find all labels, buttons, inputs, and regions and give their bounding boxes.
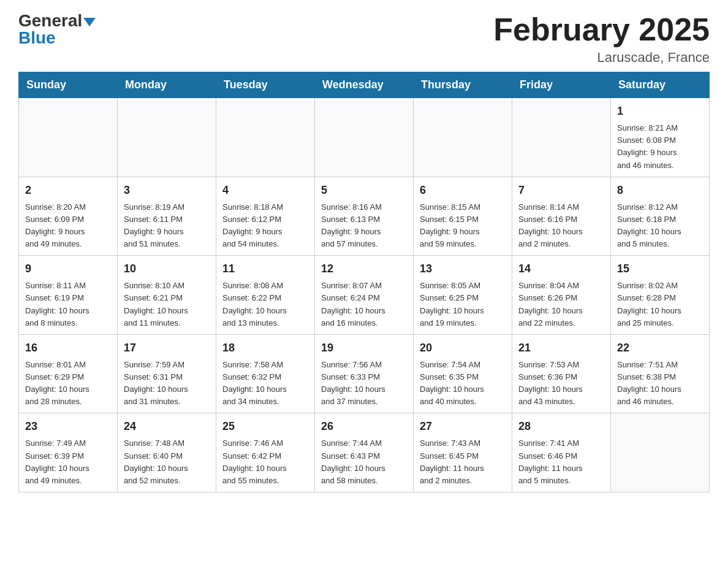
day-info: Sunrise: 8:12 AM Sunset: 6:18 PM Dayligh…: [617, 201, 703, 251]
day-number: 8: [617, 182, 703, 199]
week-row-2: 2Sunrise: 8:20 AM Sunset: 6:09 PM Daylig…: [19, 177, 710, 256]
page-header: General Blue February 2025 Laruscade, Fr…: [18, 12, 710, 66]
calendar-cell: [315, 98, 414, 177]
day-number: 26: [321, 418, 407, 435]
weekday-header-monday: Monday: [118, 72, 216, 98]
day-info: Sunrise: 7:53 AM Sunset: 6:36 PM Dayligh…: [518, 359, 604, 408]
weekday-row: SundayMondayTuesdayWednesdayThursdayFrid…: [19, 72, 710, 98]
day-number: 25: [222, 418, 308, 435]
calendar-cell: 27Sunrise: 7:43 AM Sunset: 6:45 PM Dayli…: [414, 413, 512, 492]
calendar-cell: 14Sunrise: 8:04 AM Sunset: 6:26 PM Dayli…: [512, 256, 611, 335]
calendar-cell: 1Sunrise: 8:21 AM Sunset: 6:08 PM Daylig…: [611, 98, 710, 177]
day-info: Sunrise: 7:51 AM Sunset: 6:38 PM Dayligh…: [617, 359, 703, 408]
day-info: Sunrise: 8:18 AM Sunset: 6:12 PM Dayligh…: [222, 201, 308, 251]
day-number: 9: [25, 261, 111, 277]
calendar-cell: [512, 98, 611, 177]
day-number: 11: [222, 261, 308, 277]
calendar-cell: 2Sunrise: 8:20 AM Sunset: 6:09 PM Daylig…: [19, 177, 118, 256]
day-info: Sunrise: 7:41 AM Sunset: 6:46 PM Dayligh…: [518, 437, 604, 487]
day-info: Sunrise: 7:46 AM Sunset: 6:42 PM Dayligh…: [222, 437, 308, 487]
day-number: 2: [25, 182, 111, 199]
calendar-cell: [414, 98, 512, 177]
calendar-body: 1Sunrise: 8:21 AM Sunset: 6:08 PM Daylig…: [19, 98, 710, 492]
calendar-cell: 4Sunrise: 8:18 AM Sunset: 6:12 PM Daylig…: [216, 177, 315, 256]
day-number: 20: [420, 340, 506, 356]
day-number: 12: [321, 261, 407, 277]
calendar-cell: 25Sunrise: 7:46 AM Sunset: 6:42 PM Dayli…: [216, 413, 315, 492]
calendar-cell: 16Sunrise: 8:01 AM Sunset: 6:29 PM Dayli…: [19, 334, 118, 413]
weekday-header-tuesday: Tuesday: [216, 72, 315, 98]
day-info: Sunrise: 7:49 AM Sunset: 6:39 PM Dayligh…: [25, 437, 111, 487]
day-info: Sunrise: 8:07 AM Sunset: 6:24 PM Dayligh…: [321, 280, 407, 329]
calendar-cell: [216, 98, 315, 177]
calendar-cell: 20Sunrise: 7:54 AM Sunset: 6:35 PM Dayli…: [414, 334, 512, 413]
day-info: Sunrise: 8:21 AM Sunset: 6:08 PM Dayligh…: [617, 122, 703, 172]
day-number: 21: [518, 340, 604, 356]
calendar-title: February 2025: [493, 12, 710, 47]
calendar-cell: 26Sunrise: 7:44 AM Sunset: 6:43 PM Dayli…: [315, 413, 414, 492]
week-row-5: 23Sunrise: 7:49 AM Sunset: 6:39 PM Dayli…: [19, 413, 710, 492]
day-number: 15: [617, 261, 703, 277]
calendar-cell: 17Sunrise: 7:59 AM Sunset: 6:31 PM Dayli…: [118, 334, 216, 413]
day-number: 23: [25, 418, 111, 435]
day-info: Sunrise: 7:48 AM Sunset: 6:40 PM Dayligh…: [124, 437, 210, 487]
day-info: Sunrise: 7:59 AM Sunset: 6:31 PM Dayligh…: [124, 359, 210, 408]
day-info: Sunrise: 8:16 AM Sunset: 6:13 PM Dayligh…: [321, 201, 407, 251]
calendar-cell: 10Sunrise: 8:10 AM Sunset: 6:21 PM Dayli…: [118, 256, 216, 335]
day-number: 5: [321, 182, 407, 199]
logo-general: General: [18, 11, 82, 30]
calendar-header: SundayMondayTuesdayWednesdayThursdayFrid…: [19, 72, 710, 98]
calendar-cell: 13Sunrise: 8:05 AM Sunset: 6:25 PM Dayli…: [414, 256, 512, 335]
day-info: Sunrise: 8:05 AM Sunset: 6:25 PM Dayligh…: [420, 280, 506, 329]
day-number: 27: [420, 418, 506, 435]
weekday-header-wednesday: Wednesday: [315, 72, 414, 98]
day-number: 16: [25, 340, 111, 356]
day-info: Sunrise: 7:58 AM Sunset: 6:32 PM Dayligh…: [222, 359, 308, 408]
calendar-cell: [118, 98, 216, 177]
calendar-cell: 12Sunrise: 8:07 AM Sunset: 6:24 PM Dayli…: [315, 256, 414, 335]
calendar-cell: 22Sunrise: 7:51 AM Sunset: 6:38 PM Dayli…: [611, 334, 710, 413]
calendar-cell: 18Sunrise: 7:58 AM Sunset: 6:32 PM Dayli…: [216, 334, 315, 413]
calendar-cell: 11Sunrise: 8:08 AM Sunset: 6:22 PM Dayli…: [216, 256, 315, 335]
calendar-cell: 3Sunrise: 8:19 AM Sunset: 6:11 PM Daylig…: [118, 177, 216, 256]
weekday-header-saturday: Saturday: [611, 72, 710, 98]
day-info: Sunrise: 8:08 AM Sunset: 6:22 PM Dayligh…: [222, 280, 308, 329]
day-info: Sunrise: 8:02 AM Sunset: 6:28 PM Dayligh…: [617, 280, 703, 329]
calendar-cell: 9Sunrise: 8:11 AM Sunset: 6:19 PM Daylig…: [19, 256, 118, 335]
day-info: Sunrise: 8:10 AM Sunset: 6:21 PM Dayligh…: [124, 280, 210, 329]
day-number: 22: [617, 340, 703, 356]
calendar-cell: 21Sunrise: 7:53 AM Sunset: 6:36 PM Dayli…: [512, 334, 611, 413]
calendar-cell: 15Sunrise: 8:02 AM Sunset: 6:28 PM Dayli…: [611, 256, 710, 335]
title-block: February 2025 Laruscade, France: [493, 12, 710, 66]
week-row-4: 16Sunrise: 8:01 AM Sunset: 6:29 PM Dayli…: [19, 334, 710, 413]
day-info: Sunrise: 7:56 AM Sunset: 6:33 PM Dayligh…: [321, 359, 407, 408]
calendar-cell: [611, 413, 710, 492]
day-number: 24: [124, 418, 210, 435]
week-row-1: 1Sunrise: 8:21 AM Sunset: 6:08 PM Daylig…: [19, 98, 710, 177]
calendar-cell: 6Sunrise: 8:15 AM Sunset: 6:15 PM Daylig…: [414, 177, 512, 256]
calendar-cell: 28Sunrise: 7:41 AM Sunset: 6:46 PM Dayli…: [512, 413, 611, 492]
location: Laruscade, France: [493, 50, 710, 66]
day-info: Sunrise: 8:01 AM Sunset: 6:29 PM Dayligh…: [25, 359, 111, 408]
day-number: 13: [420, 261, 506, 277]
calendar-cell: 5Sunrise: 8:16 AM Sunset: 6:13 PM Daylig…: [315, 177, 414, 256]
day-info: Sunrise: 8:19 AM Sunset: 6:11 PM Dayligh…: [124, 201, 210, 251]
day-number: 18: [222, 340, 308, 356]
day-info: Sunrise: 7:43 AM Sunset: 6:45 PM Dayligh…: [420, 437, 506, 487]
calendar-cell: 8Sunrise: 8:12 AM Sunset: 6:18 PM Daylig…: [611, 177, 710, 256]
calendar-cell: 23Sunrise: 7:49 AM Sunset: 6:39 PM Dayli…: [19, 413, 118, 492]
day-number: 6: [420, 182, 506, 199]
logo-blue: Blue: [18, 29, 56, 47]
logo-arrow-icon: [83, 18, 96, 26]
calendar-cell: [19, 98, 118, 177]
calendar-table: SundayMondayTuesdayWednesdayThursdayFrid…: [18, 72, 710, 492]
day-number: 14: [518, 261, 604, 277]
logo-text: General: [18, 12, 96, 29]
weekday-header-friday: Friday: [512, 72, 611, 98]
calendar-cell: 7Sunrise: 8:14 AM Sunset: 6:16 PM Daylig…: [512, 177, 611, 256]
weekday-header-sunday: Sunday: [19, 72, 118, 98]
calendar-cell: 19Sunrise: 7:56 AM Sunset: 6:33 PM Dayli…: [315, 334, 414, 413]
day-info: Sunrise: 8:20 AM Sunset: 6:09 PM Dayligh…: [25, 201, 111, 251]
day-number: 7: [518, 182, 604, 199]
day-number: 28: [518, 418, 604, 435]
